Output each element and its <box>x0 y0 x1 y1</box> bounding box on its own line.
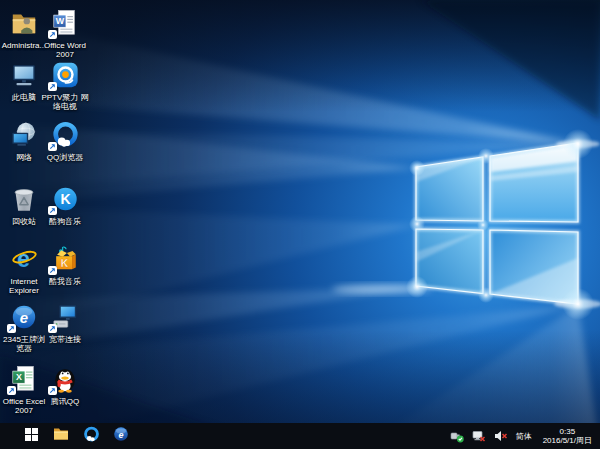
desktop-icon-qq-browser[interactable]: QQ浏览器 <box>39 122 91 162</box>
shortcut-arrow-icon <box>48 142 57 151</box>
desktop-icon-pptv[interactable]: PPTV聚力 网络电视 <box>39 62 91 111</box>
desktop-icon-label: 酷我音乐 <box>49 277 81 286</box>
clock-date: 2016/5/1/周日 <box>543 436 592 446</box>
folder-icon <box>53 427 69 445</box>
desktop-icon-tencent-qq[interactable]: 腾讯QQ <box>39 366 91 406</box>
system-tray: 简体 0:35 2016/5/1/周日 <box>450 423 600 449</box>
taskbar-2345-browser-button[interactable]: e <box>106 423 136 449</box>
computer-monitor-icon <box>9 61 39 93</box>
2345-browser-icon: e <box>113 426 129 446</box>
ie-icon: e <box>9 245 39 277</box>
desktop: Administra... W Office Word2007 <box>0 0 600 449</box>
desktop-icon-label: InternetExplorer <box>9 277 39 295</box>
desktop-icon-label: 酷狗音乐 <box>49 217 81 226</box>
start-button[interactable] <box>16 423 46 449</box>
svg-text:K: K <box>60 257 68 268</box>
desktop-icon-broadband-connection[interactable]: 宽带连接 <box>39 304 91 344</box>
shortcut-arrow-icon <box>48 82 57 91</box>
desktop-icon-label: Office Word2007 <box>44 41 86 59</box>
desktop-icon-label: 腾讯QQ <box>51 397 79 406</box>
shortcut-arrow-icon <box>48 30 57 39</box>
shortcut-arrow-icon <box>48 266 57 275</box>
taskbar-file-explorer-button[interactable] <box>46 423 76 449</box>
shortcut-arrow-icon <box>7 324 16 333</box>
ime-language-indicator[interactable]: 简体 <box>516 431 532 442</box>
svg-text:W: W <box>56 16 65 26</box>
qq-browser-icon <box>83 426 100 447</box>
volume-muted-icon[interactable] <box>494 429 508 443</box>
desktop-icon-label: 此电脑 <box>12 93 36 102</box>
desktop-icon-label: 宽带连接 <box>49 335 81 344</box>
taskbar: e <box>0 423 600 449</box>
svg-text:e: e <box>118 430 123 440</box>
svg-text:K: K <box>60 191 70 207</box>
svg-text:e: e <box>20 308 28 325</box>
desktop-icon-label: 网络 <box>16 153 32 162</box>
shortcut-arrow-icon <box>48 206 57 215</box>
taskbar-qq-browser-button[interactable] <box>76 423 106 449</box>
desktop-icon-label: PPTV聚力 网络电视 <box>41 93 88 111</box>
desktop-icon-label: QQ浏览器 <box>47 153 83 162</box>
usb-safely-remove-icon[interactable] <box>450 429 464 443</box>
desktop-icon-office-word-2007[interactable]: W Office Word2007 <box>39 10 91 59</box>
svg-text:e: e <box>17 246 30 272</box>
windows-logo-icon <box>25 427 38 445</box>
desktop-icon-label: 回收站 <box>12 217 36 226</box>
desktop-icon-kuwo-music[interactable]: K 酷我音乐 <box>39 246 91 286</box>
network-disconnected-icon[interactable] <box>472 429 486 443</box>
shortcut-arrow-icon <box>48 386 57 395</box>
svg-text:X: X <box>16 372 22 382</box>
taskbar-clock[interactable]: 0:35 2016/5/1/周日 <box>540 427 595 446</box>
network-globe-icon <box>9 121 39 153</box>
recycle-bin-icon <box>9 185 39 217</box>
shortcut-arrow-icon <box>48 324 57 333</box>
user-folder-icon <box>9 9 39 41</box>
shortcut-arrow-icon <box>7 386 16 395</box>
desktop-icon-kugou-music[interactable]: K 酷狗音乐 <box>39 186 91 226</box>
clock-time: 0:35 <box>543 427 592 437</box>
